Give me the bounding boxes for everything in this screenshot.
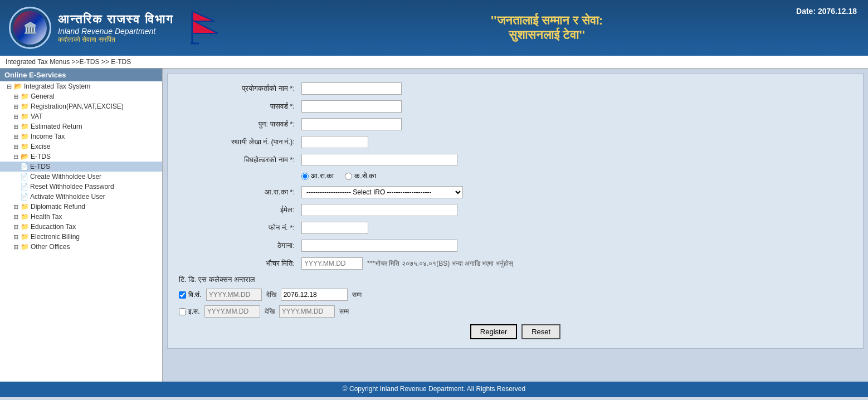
sidebar-item-other-offices[interactable]: ⊞ 📁 Other Offices — [0, 242, 162, 252]
iro-row: आ.रा.का *: -------------------- Select I… — [179, 186, 852, 198]
folder-icon-health: 📁 — [21, 213, 29, 221]
sidebar-label-health-tax: Health Tax — [31, 213, 62, 221]
register-button[interactable]: Register — [470, 324, 517, 339]
radio-iro-input[interactable] — [301, 173, 309, 180]
sidebar-label-diplomatic: Diplomatic Refund — [31, 203, 85, 211]
sidebar-item-general[interactable]: ⊞ 📁 General — [0, 91, 162, 101]
doc-icon-etds: 📄 — [20, 163, 28, 170]
confirm-password-row: पुन: पासवर्ड *: — [179, 118, 852, 130]
sidebar-item-its[interactable]: ⊟ 📂 Integrated Tax System — [0, 81, 162, 91]
bs-to-input[interactable] — [281, 289, 348, 301]
bs-checkbox-label[interactable]: वि.सं. — [179, 291, 202, 299]
sidebar-item-vat[interactable]: ⊞ 📁 VAT — [0, 111, 162, 121]
sidebar-item-etds[interactable]: 📄 E-TDS — [0, 162, 162, 172]
bs-label: वि.सं. — [188, 291, 202, 299]
sidebar-item-diplomatic[interactable]: ⊞ 📁 Diplomatic Refund — [0, 202, 162, 212]
sidebar-header: Online E-Services — [0, 69, 162, 81]
sidebar-item-electronic-billing[interactable]: ⊞ 📁 Electronic Billing — [0, 232, 162, 242]
sidebar-label-vat: VAT — [31, 113, 43, 120]
ad-from-input[interactable] — [204, 305, 260, 318]
radio-group: आ.रा.का क.से.का — [301, 172, 376, 181]
header-subtitle: कर्दाताको सेवामा समर्पित — [58, 36, 173, 43]
username-input[interactable] — [301, 82, 402, 95]
folder-icon-diplomatic: 📁 — [21, 203, 29, 211]
pan-input[interactable] — [301, 136, 368, 148]
expand-icon-education: ⊞ — [13, 223, 18, 231]
logo-inner: 🏛️ — [13, 11, 47, 45]
password-input[interactable] — [301, 100, 402, 113]
username-label: प्रयोगकर्ताको नाम *: — [179, 84, 301, 93]
svg-marker-1 — [192, 20, 218, 33]
radio-kse[interactable]: क.से.का — [345, 172, 376, 181]
svg-marker-0 — [192, 11, 214, 21]
voucher-date-label: भौचर मिति: — [179, 259, 301, 268]
footer-text: © Copyright Inland Revenue Department. A… — [343, 385, 525, 393]
withholder-input[interactable] — [301, 154, 457, 166]
ad-checkbox[interactable] — [179, 308, 186, 315]
bs-from-input[interactable] — [206, 289, 262, 301]
confirm-password-input[interactable] — [301, 118, 402, 130]
sidebar-item-registration[interactable]: ⊞ 📁 Registration(PAN,VAT,EXCISE) — [0, 101, 162, 111]
sidebar-label-etds-folder: E-TDS — [31, 153, 51, 160]
voucher-date-input[interactable] — [301, 257, 363, 270]
radio-kse-label: क.से.का — [354, 172, 376, 181]
header-date: Date: 2076.12.18 — [796, 7, 857, 16]
phone-input[interactable] — [301, 222, 368, 234]
sidebar-label-electronic-billing: Electronic Billing — [31, 233, 80, 241]
sidebar-item-etds-folder[interactable]: ⊟ 📂 E-TDS — [0, 152, 162, 162]
header: 🏛️ आन्तरिक राजस्व विभाग Inland Revenue D… — [0, 0, 868, 56]
tds-bs-row: वि.सं. देखि सम्म — [179, 289, 852, 301]
sidebar-item-reset-password[interactable]: 📄 Reset Withholdee Password — [0, 182, 162, 192]
folder-icon-vat: 📁 — [21, 113, 29, 120]
sidebar-item-activate[interactable]: 📄 Activate Withholdee User — [0, 192, 162, 202]
reset-button[interactable]: Reset — [521, 324, 560, 339]
sidebar-item-excise[interactable]: ⊞ 📁 Excise — [0, 142, 162, 152]
folder-icon-other: 📁 — [21, 243, 29, 251]
bs-from-text: देखि — [266, 291, 276, 299]
folder-open-icon: 📂 — [14, 82, 22, 90]
password-label: पासवर्ड *: — [179, 102, 301, 111]
ad-checkbox-label[interactable]: इ.स. — [179, 308, 200, 315]
doc-icon-activate: 📄 — [20, 193, 28, 201]
radio-iro[interactable]: आ.रा.का — [301, 172, 334, 181]
username-row: प्रयोगकर्ताको नाम *: — [179, 82, 852, 95]
sidebar-label-activate: Activate Withholdee User — [30, 193, 105, 201]
sidebar-label-excise: Excise — [31, 143, 50, 150]
folder-open-icon-etds: 📂 — [21, 153, 29, 160]
radio-kse-input[interactable] — [345, 173, 352, 180]
sidebar-label-income-tax: Income Tax — [31, 133, 65, 140]
voucher-note: ***भौचर मिति २०७५.०४.०१(BS) भन्दा अगाडि … — [367, 260, 513, 267]
sidebar-label-other-offices: Other Offices — [31, 243, 70, 251]
expand-icon-general: ⊞ — [13, 93, 18, 100]
email-label: ईमेल: — [179, 206, 301, 214]
nepal-flag — [190, 10, 218, 46]
form-panel: प्रयोगकर्ताको नाम *: पासवर्ड *: पुन: पास… — [167, 73, 864, 349]
sidebar-item-education-tax[interactable]: ⊞ 📁 Educaction Tax — [0, 222, 162, 232]
ad-label: इ.स. — [188, 308, 200, 315]
withholder-row: विधहोल्डरको नाम *: — [179, 154, 852, 166]
header-title-nepali: आन्तरिक राजस्व विभाग — [58, 12, 173, 27]
address-row: ठेगाना: — [179, 240, 852, 252]
iro-select[interactable]: -------------------- Select IRO --------… — [301, 186, 463, 198]
phone-row: फोन नं. *: — [179, 222, 852, 234]
sidebar-label-general: General — [31, 92, 55, 100]
email-input[interactable] — [301, 204, 457, 216]
sidebar-item-income-tax[interactable]: ⊞ 📁 Income Tax — [0, 131, 162, 142]
sidebar-label-education-tax: Educaction Tax — [31, 223, 76, 231]
sidebar: Online E-Services ⊟ 📂 Integrated Tax Sys… — [0, 69, 163, 382]
folder-icon-reg: 📁 — [21, 103, 29, 110]
expand-icon-billing: ⊞ — [13, 233, 18, 241]
bs-to-text: सम्म — [352, 291, 362, 299]
content-area: प्रयोगकर्ताको नाम *: पासवर्ड *: पुन: पास… — [163, 69, 868, 382]
expand-icon-health: ⊞ — [13, 213, 18, 221]
password-row: पासवर्ड *: — [179, 100, 852, 113]
button-row: Register Reset — [179, 324, 852, 339]
sidebar-item-health-tax[interactable]: ⊞ 📁 Health Tax — [0, 212, 162, 222]
sidebar-item-create-withholdee[interactable]: 📄 Create Withholdee User — [0, 172, 162, 182]
sidebar-label-etds: E-TDS — [30, 163, 50, 170]
bs-checkbox[interactable] — [179, 291, 186, 299]
expand-icon-reg: ⊞ — [13, 103, 18, 110]
ad-to-input[interactable] — [279, 305, 335, 318]
sidebar-item-estimated[interactable]: ⊞ 📁 Estimated Return — [0, 121, 162, 131]
address-input[interactable] — [301, 240, 457, 252]
